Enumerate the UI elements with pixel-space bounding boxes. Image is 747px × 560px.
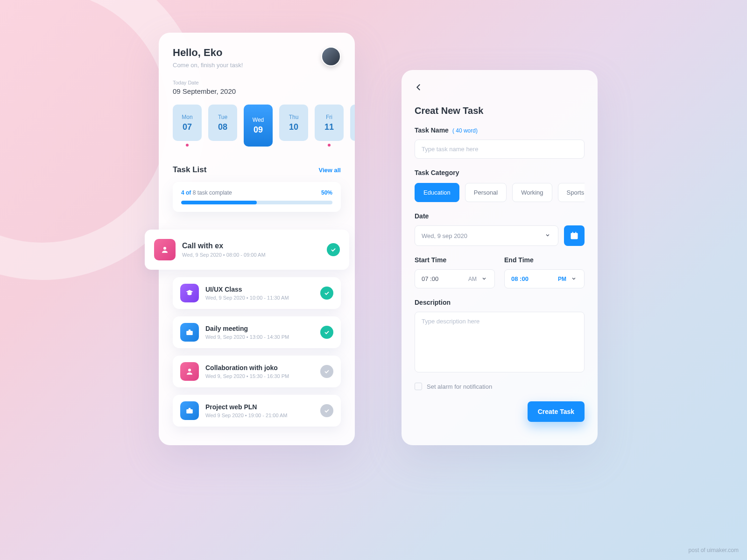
- date-select[interactable]: Wed, 9 sep 2020: [415, 225, 558, 246]
- alarm-checkbox[interactable]: [415, 383, 422, 390]
- task-name-label: Task Name ( 40 word): [415, 126, 585, 134]
- brief-icon: [180, 401, 199, 420]
- chevron-down-icon: [481, 276, 488, 282]
- day-selector: Mon07Tue08Wed09Thu10Fri11Sat12: [159, 105, 355, 147]
- event-dot-icon: [186, 144, 189, 147]
- dashboard-panel: Hello, Eko Come on, finish your task! To…: [159, 33, 355, 445]
- day-thu[interactable]: Thu10: [279, 105, 308, 141]
- task-title: Daily meeting: [205, 325, 314, 332]
- category-working[interactable]: Working: [512, 183, 552, 202]
- task-check-icon[interactable]: [327, 243, 340, 256]
- task-check-icon[interactable]: [320, 404, 333, 417]
- today-date-value: 09 September, 2020: [173, 87, 341, 95]
- create-task-button[interactable]: Create Task: [528, 401, 585, 422]
- avatar[interactable]: [321, 47, 341, 66]
- calendar-button[interactable]: [564, 225, 585, 246]
- end-time-label: End Time: [504, 256, 585, 264]
- progress-percent: 50%: [321, 189, 332, 196]
- footer-credit: post of uimaker.com: [689, 547, 739, 553]
- progress-bar: [181, 201, 332, 204]
- task-list: Call with exWed, 9 Sep 2020 • 08:00 - 09…: [173, 220, 341, 427]
- person-icon: [180, 362, 199, 381]
- tasklist-title: Task List: [173, 165, 206, 175]
- day-wed[interactable]: Wed09: [244, 105, 273, 147]
- grad-icon: [180, 284, 199, 302]
- task-meta: Wed, 9 Sep 2020 • 10:00 - 11:30 AM: [205, 295, 314, 301]
- person-icon: [154, 239, 176, 260]
- progress-text: 4 of 8 task complate: [181, 189, 232, 196]
- day-tue[interactable]: Tue08: [208, 105, 237, 141]
- event-dot-icon: [328, 144, 331, 147]
- category-education[interactable]: Education: [415, 183, 459, 202]
- description-input[interactable]: [415, 312, 585, 372]
- svg-rect-3: [186, 409, 193, 413]
- greeting-subtitle: Come on, finish your task!: [173, 62, 243, 69]
- task-title: Call with ex: [182, 242, 320, 250]
- day-fri[interactable]: Fri11: [315, 105, 344, 141]
- task-check-icon[interactable]: [320, 287, 333, 300]
- task-meta: Wed, 9 Sep 2020 • 08:00 - 09:00 AM: [182, 252, 320, 258]
- svg-rect-6: [572, 232, 573, 234]
- task-title: UI/UX Class: [205, 286, 314, 293]
- category-label: Task Category: [415, 169, 585, 176]
- category-personal[interactable]: Personal: [465, 183, 507, 202]
- task-title: Project web PLN: [205, 403, 314, 411]
- task-item[interactable]: UI/UX ClassWed, 9 Sep 2020 • 10:00 - 11:…: [173, 277, 341, 309]
- page-title: Creat New Task: [415, 105, 585, 116]
- svg-rect-1: [186, 331, 193, 335]
- category-sports[interactable]: Sports: [558, 183, 585, 202]
- back-button[interactable]: [415, 83, 426, 94]
- greeting-title: Hello, Eko: [173, 47, 243, 59]
- today-date-label: Today Date: [173, 80, 341, 85]
- task-check-icon[interactable]: [320, 365, 333, 378]
- chevron-down-icon: [571, 276, 578, 282]
- date-value: Wed, 9 sep 2020: [422, 232, 467, 239]
- task-item[interactable]: Daily meetingWed 9, Sep 2020 • 13:00 - 1…: [173, 316, 341, 348]
- view-all-link[interactable]: View all: [319, 167, 341, 174]
- brief-icon: [180, 323, 199, 342]
- task-check-icon[interactable]: [320, 326, 333, 339]
- alarm-label: Set alarm for notification: [427, 383, 492, 390]
- task-item[interactable]: Project web PLNWed 9 Sep 2020 • 19:00 - …: [173, 395, 341, 427]
- task-meta: Wed 9, Sep 2020 • 13:00 - 14:30 PM: [205, 334, 314, 340]
- svg-point-0: [163, 247, 166, 250]
- category-row: EducationPersonalWorkingSports: [415, 183, 585, 202]
- end-time-select[interactable]: 08 :00 PM: [504, 269, 585, 288]
- svg-rect-5: [571, 233, 578, 235]
- start-time-select[interactable]: 07 :00 AM: [415, 269, 495, 288]
- calendar-icon: [570, 231, 579, 240]
- date-label: Date: [415, 212, 585, 220]
- chevron-down-icon: [545, 232, 551, 239]
- day-sat[interactable]: Sat12: [350, 105, 355, 141]
- svg-point-2: [188, 369, 191, 371]
- task-title: Collaboration with joko: [205, 364, 314, 371]
- task-meta: Wed 9 Sep 2020 • 19:00 - 21:00 AM: [205, 413, 314, 418]
- task-name-input[interactable]: [415, 140, 585, 159]
- chevron-left-icon: [415, 83, 423, 91]
- day-mon[interactable]: Mon07: [173, 105, 202, 141]
- description-label: Description: [415, 299, 585, 306]
- task-item[interactable]: Collaboration with jokoWed 9, Sep 2020 •…: [173, 356, 341, 387]
- progress-card: 4 of 8 task complate 50%: [173, 182, 341, 212]
- task-meta: Wed 9, Sep 2020 • 15:30 - 16:30 PM: [205, 373, 314, 379]
- svg-rect-7: [576, 232, 577, 234]
- create-task-panel: Creat New Task Task Name ( 40 word) Task…: [402, 70, 598, 445]
- task-item[interactable]: Call with exWed, 9 Sep 2020 • 08:00 - 09…: [145, 230, 349, 270]
- start-time-label: Start Time: [415, 256, 495, 264]
